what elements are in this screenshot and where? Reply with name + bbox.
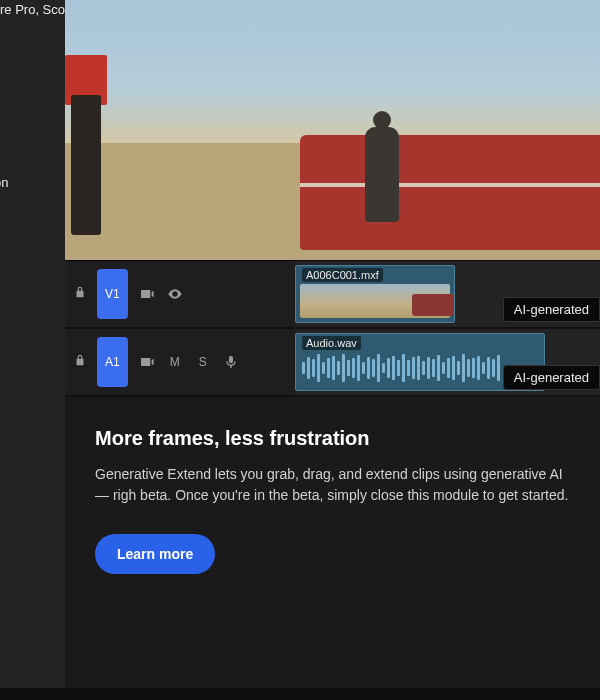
lock-icon[interactable] <box>73 285 87 303</box>
sidebar-item-label[interactable]: on <box>0 175 8 190</box>
video-track-selector[interactable]: V1 <box>97 269 128 319</box>
video-track-header: V1 <box>65 269 295 319</box>
solo-toggle[interactable]: S <box>194 353 212 371</box>
timeline-panel: V1 A006C001.mxf AI-generated <box>65 260 600 397</box>
promo-body: Generative Extend lets you grab, drag, a… <box>95 464 570 506</box>
video-clip[interactable]: A006C001.mxf <box>295 265 455 323</box>
video-track: V1 A006C001.mxf AI-generated <box>65 261 600 329</box>
audio-clip-name: Audio.wav <box>302 336 361 350</box>
mic-icon[interactable] <box>222 353 240 371</box>
program-monitor[interactable] <box>65 0 600 260</box>
audio-track-selector[interactable]: A1 <box>97 337 128 387</box>
source-patch-icon[interactable] <box>138 285 156 303</box>
audio-ai-badge: AI-generated <box>503 365 600 390</box>
audio-track: A1 M S Audio.wav AI-generated <box>65 329 600 397</box>
lock-icon[interactable] <box>73 353 87 371</box>
video-clip-name: A006C001.mxf <box>302 268 383 282</box>
eye-icon[interactable] <box>166 285 184 303</box>
learn-more-button[interactable]: Learn more <box>95 534 215 574</box>
video-ai-badge: AI-generated <box>503 297 600 322</box>
promo-panel: More frames, less frustration Generative… <box>65 397 600 700</box>
promo-heading: More frames, less frustration <box>95 427 570 450</box>
video-track-body[interactable]: A006C001.mxf AI-generated <box>295 261 600 327</box>
main-panel: V1 A006C001.mxf AI-generated <box>65 0 600 700</box>
left-sidebar: re Pro, Scott on <box>0 0 65 700</box>
svg-rect-0 <box>141 290 150 298</box>
source-patch-icon[interactable] <box>138 353 156 371</box>
svg-rect-1 <box>141 358 150 366</box>
audio-track-header: A1 M S <box>65 337 295 387</box>
audio-track-body[interactable]: Audio.wav AI-generated <box>295 329 600 395</box>
bottom-bar <box>0 688 600 700</box>
app-title: re Pro, Scott <box>0 2 72 17</box>
mute-toggle[interactable]: M <box>166 353 184 371</box>
